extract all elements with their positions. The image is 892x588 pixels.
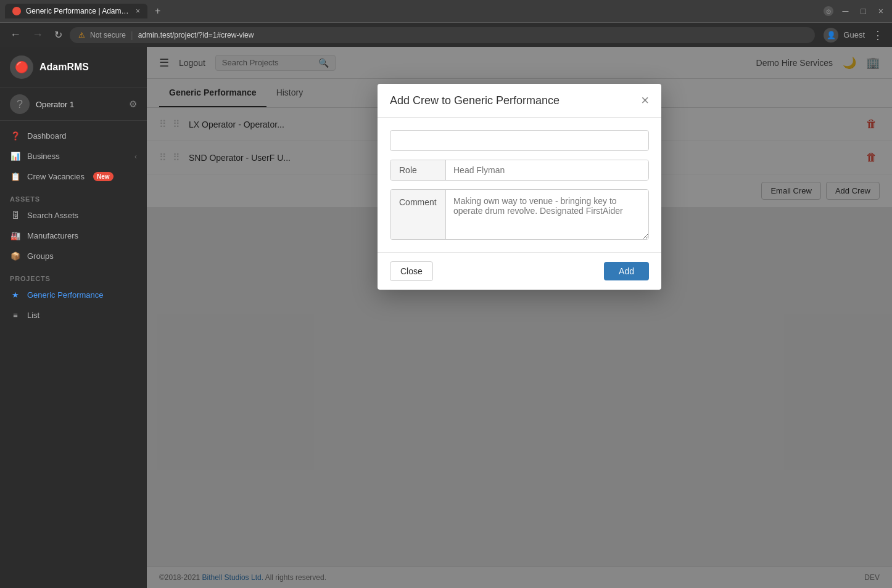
manufacturers-icon: 🏭 <box>10 231 21 240</box>
sidebar-item-crew-vacancies[interactable]: 📋 Crew Vacancies New <box>0 166 147 187</box>
sidebar-item-groups[interactable]: 📦 Groups <box>0 246 147 266</box>
new-tab-button[interactable]: + <box>152 3 163 19</box>
comment-field-row: Comment <box>390 189 649 240</box>
address-text: admin.test/project/?id=1#crew-view <box>138 31 807 39</box>
comment-label: Comment <box>390 190 446 239</box>
user-avatar: ? <box>10 94 30 114</box>
sidebar-nav: ❓ Dashboard 📊 Business ‹ 📋 Crew Vacancie… <box>0 121 147 330</box>
maximize-icon[interactable]: □ <box>857 5 869 17</box>
sidebar-item-generic-performance[interactable]: ★ Generic Performance <box>0 285 147 305</box>
dashboard-label: Dashboard <box>27 131 67 141</box>
forward-button[interactable]: → <box>28 26 47 44</box>
sidebar-item-dashboard[interactable]: ❓ Dashboard <box>0 126 147 146</box>
crew-vacancies-badge: New <box>93 172 114 181</box>
groups-icon: 📦 <box>10 251 21 261</box>
cast-icon: ⊙ <box>824 6 833 16</box>
settings-icon[interactable]: ⚙ <box>129 99 137 110</box>
address-bar[interactable]: ⚠ Not secure | admin.test/project/?id=1#… <box>70 27 815 43</box>
role-field-row: Role <box>390 160 649 181</box>
crew-vacancies-label: Crew Vacancies <box>27 172 85 181</box>
sidebar-item-manufacturers[interactable]: 🏭 Manufacturers <box>0 226 147 246</box>
window-close-icon[interactable]: × <box>875 5 887 17</box>
tab-title: Generic Performance | AdamRMS <box>26 7 131 15</box>
business-icon: 📊 <box>10 152 21 161</box>
generic-performance-star-icon: ★ <box>10 290 21 300</box>
sidebar-header: 🔴 AdamRMS <box>0 47 147 88</box>
sidebar-item-business[interactable]: 📊 Business ‹ <box>0 146 147 166</box>
comment-textarea[interactable] <box>446 190 648 239</box>
tab-close-icon[interactable]: × <box>136 7 140 15</box>
app-brand: AdamRMS <box>39 62 89 73</box>
modal-body: Role Comment <box>378 118 661 252</box>
list-icon: ≡ <box>10 311 21 320</box>
sidebar-item-search-assets[interactable]: 🗄 Search Assets <box>0 205 147 226</box>
dashboard-icon: ❓ <box>10 131 21 141</box>
modal-search-input[interactable] <box>390 130 649 151</box>
modal-add-btn[interactable]: Add <box>604 262 649 280</box>
security-warning-icon: ⚠ <box>78 31 85 39</box>
guest-label: Guest <box>843 30 865 39</box>
modal-footer: Close Add <box>378 252 661 290</box>
tab-favicon <box>12 7 21 15</box>
modal: Add Crew to Generic Performance × Role C… <box>378 84 661 290</box>
role-label: Role <box>390 160 446 180</box>
user-row: ? Operator 1 ⚙ <box>0 88 147 121</box>
crew-vacancies-icon: 📋 <box>10 172 21 181</box>
list-label: List <box>27 311 39 320</box>
sidebar: 🔴 AdamRMS ? Operator 1 ⚙ ❓ Dashboard 📊 B… <box>0 47 147 588</box>
projects-section-label: PROJECTS <box>0 266 147 285</box>
generic-performance-label: Generic Performance <box>27 290 104 300</box>
nav-right-controls: 👤 Guest ⋮ <box>824 27 886 43</box>
modal-close-btn[interactable]: Close <box>390 261 433 281</box>
search-assets-label: Search Assets <box>27 211 78 220</box>
modal-close-button[interactable]: × <box>641 94 649 107</box>
nav-bar: ← → ↻ ⚠ Not secure | admin.test/project/… <box>0 22 892 47</box>
browser-menu-button[interactable]: ⋮ <box>870 27 886 43</box>
modal-header: Add Crew to Generic Performance × <box>378 84 661 118</box>
search-assets-icon: 🗄 <box>10 211 21 220</box>
role-input[interactable] <box>446 160 648 180</box>
manufacturers-label: Manufacturers <box>27 231 78 240</box>
browser-chrome: Generic Performance | AdamRMS × + ⊙ ─ □ … <box>0 0 892 22</box>
groups-label: Groups <box>27 251 54 261</box>
refresh-button[interactable]: ↻ <box>51 27 66 43</box>
sidebar-item-list[interactable]: ≡ List <box>0 305 147 325</box>
browser-tab[interactable]: Generic Performance | AdamRMS × <box>5 4 147 18</box>
address-separator: | <box>131 30 133 40</box>
user-avatar-nav[interactable]: 👤 <box>824 28 838 43</box>
assets-section-label: ASSETS <box>0 187 147 205</box>
modal-title: Add Crew to Generic Performance <box>390 94 560 107</box>
business-label: Business <box>27 152 60 161</box>
security-label: Not secure <box>90 31 126 39</box>
back-button[interactable]: ← <box>6 26 25 44</box>
app-logo: 🔴 <box>10 55 33 79</box>
main-content: ☰ Logout 🔍 Demo Hire Services 🌙 🏢 Generi… <box>147 47 892 588</box>
user-name: Operator 1 <box>36 100 123 109</box>
minimize-icon[interactable]: ─ <box>838 5 852 17</box>
business-arrow-icon: ‹ <box>134 152 137 161</box>
modal-overlay[interactable]: Add Crew to Generic Performance × Role C… <box>147 47 892 588</box>
